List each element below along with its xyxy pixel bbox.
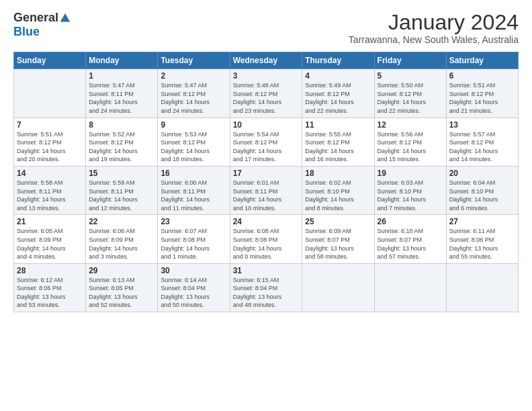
calendar-cell: 1Sunrise: 5:47 AM Sunset: 8:11 PM Daylig… [86,69,158,118]
calendar-cell: 22Sunrise: 6:06 AM Sunset: 8:09 PM Dayli… [86,215,158,263]
day-info: Sunrise: 5:56 AM Sunset: 8:12 PM Dayligh… [378,130,443,164]
day-info: Sunrise: 5:47 AM Sunset: 8:12 PM Dayligh… [161,81,226,115]
day-info: Sunrise: 6:04 AM Sunset: 8:10 PM Dayligh… [449,179,515,212]
calendar-week-row: 28Sunrise: 6:12 AM Sunset: 8:06 PM Dayli… [14,263,519,312]
weekday-header-friday: Friday [374,52,446,69]
day-info: Sunrise: 6:09 AM Sunset: 8:07 PM Dayligh… [305,227,371,261]
day-number: 19 [378,169,443,178]
day-info: Sunrise: 5:51 AM Sunset: 8:12 PM Dayligh… [449,81,515,115]
day-number: 14 [17,169,83,178]
day-info: Sunrise: 5:48 AM Sunset: 8:12 PM Dayligh… [233,81,300,115]
calendar-cell: 5Sunrise: 5:50 AM Sunset: 8:12 PM Daylig… [374,69,446,118]
logo-blue: Blue [13,25,40,39]
month-title: January 2024 [349,11,519,34]
day-info: Sunrise: 5:57 AM Sunset: 8:12 PM Dayligh… [449,130,515,164]
day-info: Sunrise: 6:02 AM Sunset: 8:10 PM Dayligh… [305,179,371,212]
calendar-week-row: 14Sunrise: 5:58 AM Sunset: 8:11 PM Dayli… [14,166,519,214]
day-info: Sunrise: 5:58 AM Sunset: 8:11 PM Dayligh… [17,179,83,212]
logo-general: General [13,11,58,25]
calendar-cell: 23Sunrise: 6:07 AM Sunset: 8:08 PM Dayli… [158,215,230,263]
day-number: 8 [89,120,154,130]
calendar-cell: 17Sunrise: 6:01 AM Sunset: 8:11 PM Dayli… [230,166,302,214]
day-number: 31 [233,266,300,275]
calendar-cell: 3Sunrise: 5:48 AM Sunset: 8:12 PM Daylig… [230,69,302,118]
calendar-cell [14,69,86,118]
weekday-header-sunday: Sunday [14,52,86,69]
day-info: Sunrise: 6:00 AM Sunset: 8:11 PM Dayligh… [161,179,226,212]
day-number: 24 [233,217,300,226]
weekday-header-thursday: Thursday [302,52,374,69]
calendar-cell: 31Sunrise: 6:15 AM Sunset: 8:04 PM Dayli… [230,263,302,312]
day-info: Sunrise: 5:55 AM Sunset: 8:12 PM Dayligh… [305,130,371,164]
calendar-cell: 14Sunrise: 5:58 AM Sunset: 8:11 PM Dayli… [14,166,86,214]
calendar-cell [374,263,446,312]
day-number: 3 [233,71,300,81]
calendar-cell: 12Sunrise: 5:56 AM Sunset: 8:12 PM Dayli… [374,118,446,166]
day-number: 29 [89,266,154,275]
calendar-cell: 15Sunrise: 5:59 AM Sunset: 8:11 PM Dayli… [86,166,158,214]
location: Tarrawanna, New South Wales, Australia [349,34,519,45]
calendar-week-row: 1Sunrise: 5:47 AM Sunset: 8:11 PM Daylig… [14,69,519,118]
calendar-cell [446,263,518,312]
day-info: Sunrise: 5:52 AM Sunset: 8:12 PM Dayligh… [89,130,154,164]
calendar-cell: 28Sunrise: 6:12 AM Sunset: 8:06 PM Dayli… [14,263,86,312]
calendar-cell: 24Sunrise: 6:08 AM Sunset: 8:08 PM Dayli… [230,215,302,263]
calendar-cell: 18Sunrise: 6:02 AM Sunset: 8:10 PM Dayli… [302,166,374,214]
day-number: 25 [305,217,371,226]
weekday-header-wednesday: Wednesday [230,52,302,69]
day-info: Sunrise: 6:10 AM Sunset: 8:07 PM Dayligh… [378,227,443,261]
page-header: General Blue January 2024 Tarrawanna, Ne… [13,11,519,45]
day-number: 4 [305,71,371,81]
calendar-header-row: SundayMondayTuesdayWednesdayThursdayFrid… [14,52,519,69]
day-number: 26 [378,217,443,226]
calendar-cell: 10Sunrise: 5:54 AM Sunset: 8:12 PM Dayli… [230,118,302,166]
day-number: 17 [233,169,300,178]
day-info: Sunrise: 5:59 AM Sunset: 8:11 PM Dayligh… [89,179,154,212]
day-number: 16 [161,169,226,178]
calendar-cell: 7Sunrise: 5:51 AM Sunset: 8:12 PM Daylig… [14,118,86,166]
day-info: Sunrise: 5:53 AM Sunset: 8:12 PM Dayligh… [161,130,226,164]
day-number: 11 [305,120,371,130]
calendar-cell: 11Sunrise: 5:55 AM Sunset: 8:12 PM Dayli… [302,118,374,166]
calendar-table: SundayMondayTuesdayWednesdayThursdayFrid… [13,52,519,312]
calendar-cell: 13Sunrise: 5:57 AM Sunset: 8:12 PM Dayli… [446,118,518,166]
calendar-cell: 21Sunrise: 6:05 AM Sunset: 8:09 PM Dayli… [14,215,86,263]
calendar-cell: 6Sunrise: 5:51 AM Sunset: 8:12 PM Daylig… [446,69,518,118]
day-info: Sunrise: 6:06 AM Sunset: 8:09 PM Dayligh… [89,227,154,261]
day-number: 12 [378,120,443,130]
day-number: 23 [161,217,226,226]
day-number: 21 [17,217,83,226]
day-info: Sunrise: 6:07 AM Sunset: 8:08 PM Dayligh… [161,227,226,261]
calendar-cell: 20Sunrise: 6:04 AM Sunset: 8:10 PM Dayli… [446,166,518,214]
day-info: Sunrise: 6:11 AM Sunset: 8:06 PM Dayligh… [449,227,515,261]
svg-marker-0 [60,13,70,21]
day-number: 5 [378,71,443,81]
day-number: 18 [305,169,371,178]
calendar-cell: 9Sunrise: 5:53 AM Sunset: 8:12 PM Daylig… [158,118,230,166]
weekday-header-monday: Monday [86,52,158,69]
day-info: Sunrise: 6:08 AM Sunset: 8:08 PM Dayligh… [233,227,300,261]
calendar-cell: 2Sunrise: 5:47 AM Sunset: 8:12 PM Daylig… [158,69,230,118]
day-info: Sunrise: 5:54 AM Sunset: 8:12 PM Dayligh… [233,130,300,164]
day-info: Sunrise: 6:05 AM Sunset: 8:09 PM Dayligh… [17,227,83,261]
calendar-cell: 30Sunrise: 6:14 AM Sunset: 8:04 PM Dayli… [158,263,230,312]
day-number: 1 [89,71,154,81]
day-number: 28 [17,266,83,275]
weekday-header-tuesday: Tuesday [158,52,230,69]
day-number: 10 [233,120,300,130]
calendar-week-row: 7Sunrise: 5:51 AM Sunset: 8:12 PM Daylig… [14,118,519,166]
calendar-cell: 29Sunrise: 6:13 AM Sunset: 8:05 PM Dayli… [86,263,158,312]
day-info: Sunrise: 5:49 AM Sunset: 8:12 PM Dayligh… [305,81,371,115]
calendar-cell: 19Sunrise: 6:03 AM Sunset: 8:10 PM Dayli… [374,166,446,214]
day-info: Sunrise: 6:03 AM Sunset: 8:10 PM Dayligh… [378,179,443,212]
day-number: 30 [161,266,226,275]
day-number: 15 [89,169,154,178]
day-number: 22 [89,217,154,226]
weekday-header-saturday: Saturday [446,52,518,69]
day-number: 20 [449,169,515,178]
day-number: 27 [449,217,515,226]
logo: General Blue [13,11,71,39]
day-info: Sunrise: 6:12 AM Sunset: 8:06 PM Dayligh… [17,276,83,310]
calendar-cell [302,263,374,312]
day-info: Sunrise: 5:51 AM Sunset: 8:12 PM Dayligh… [17,130,83,164]
